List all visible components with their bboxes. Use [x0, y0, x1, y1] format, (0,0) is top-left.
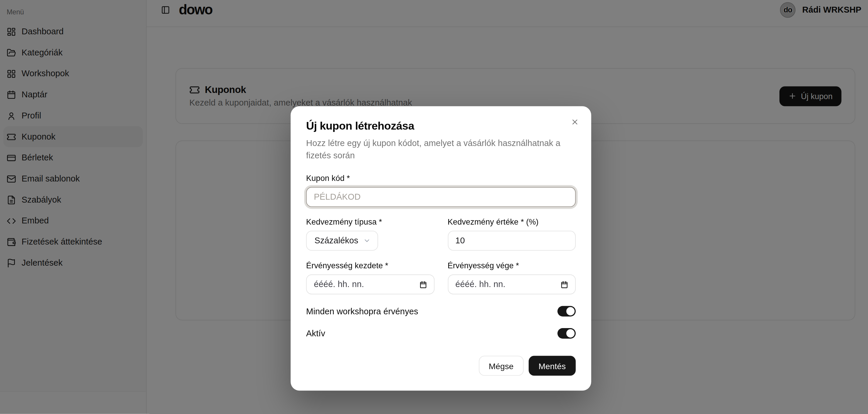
create-coupon-modal: Új kupon létrehozása Hozz létre egy új k… — [291, 106, 591, 390]
toggle-thumb — [566, 329, 575, 338]
coupon-code-label: Kupon kód * — [306, 174, 576, 183]
valid-from-placeholder: éééé. hh. nn. — [314, 279, 364, 289]
modal-close-button[interactable] — [570, 117, 580, 127]
active-toggle-label: Aktív — [306, 328, 325, 338]
valid-to-date-input[interactable]: éééé. hh. nn. — [447, 275, 576, 294]
calendar-icon — [419, 280, 427, 288]
valid-from-date-input[interactable]: éééé. hh. nn. — [306, 275, 434, 294]
modal-description: Hozz létre egy új kupon kódot, amelyet a… — [306, 137, 566, 162]
all-workshops-toggle[interactable] — [557, 306, 576, 317]
active-toggle[interactable] — [557, 328, 576, 339]
calendar-icon — [560, 280, 568, 288]
valid-to-placeholder: éééé. hh. nn. — [455, 279, 505, 289]
toggle-thumb — [566, 307, 575, 315]
modal-title: Új kupon létrehozása — [306, 120, 576, 132]
valid-from-label: Érvényesség kezdete * — [306, 261, 434, 270]
coupon-code-input[interactable] — [306, 187, 576, 207]
discount-type-value: Százalékos — [314, 236, 359, 246]
valid-to-label: Érvényesség vége * — [447, 261, 576, 270]
discount-type-label: Kedvezmény típusa * — [306, 218, 434, 226]
chevron-down-icon — [363, 237, 371, 245]
save-button[interactable]: Mentés — [529, 356, 576, 376]
discount-value-label: Kedvezmény értéke * (%) — [447, 218, 576, 226]
discount-value-input[interactable] — [447, 231, 576, 251]
all-workshops-toggle-label: Minden workshopra érvényes — [306, 307, 418, 316]
close-icon — [570, 118, 579, 126]
app-window: Menü Dashboard Kategóriák Workshopok Nap… — [0, 0, 868, 414]
discount-type-select[interactable]: Százalékos — [306, 231, 378, 251]
cancel-button[interactable]: Mégse — [479, 356, 524, 376]
